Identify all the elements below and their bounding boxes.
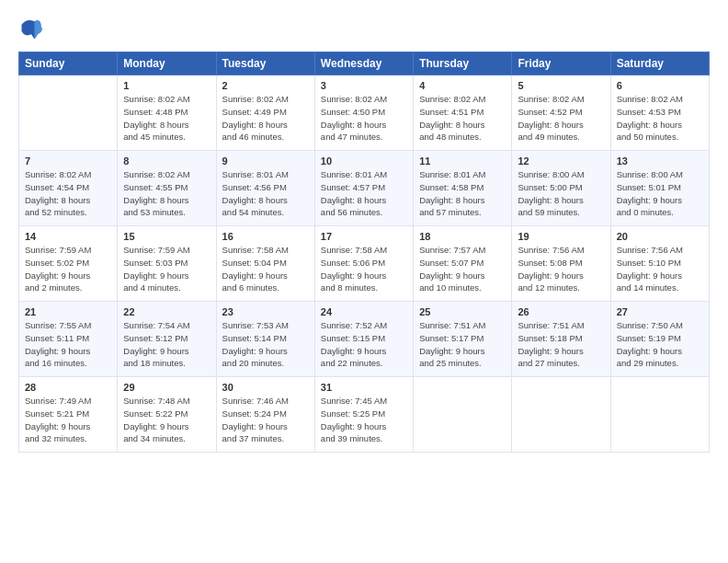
day-cell: 3Sunrise: 8:02 AMSunset: 4:50 PMDaylight… [314, 75, 413, 151]
day-info: Sunrise: 7:57 AMSunset: 5:07 PMDaylight:… [419, 244, 506, 294]
day-cell: 30Sunrise: 7:46 AMSunset: 5:24 PMDayligh… [216, 377, 314, 453]
header-cell-tuesday: Tuesday [216, 52, 314, 75]
day-cell: 10Sunrise: 8:01 AMSunset: 4:57 PMDayligh… [314, 151, 413, 226]
day-cell: 21Sunrise: 7:55 AMSunset: 5:11 PMDayligh… [19, 302, 118, 377]
day-number: 22 [123, 306, 210, 317]
day-info: Sunrise: 7:55 AMSunset: 5:11 PMDaylight:… [25, 319, 111, 370]
day-cell: 5Sunrise: 8:02 AMSunset: 4:52 PMDaylight… [512, 75, 610, 151]
day-info: Sunrise: 8:02 AMSunset: 4:53 PMDaylight:… [617, 93, 703, 144]
day-number: 9 [222, 155, 309, 167]
day-info: Sunrise: 8:01 AMSunset: 4:56 PMDaylight:… [222, 168, 309, 219]
day-info: Sunrise: 8:02 AMSunset: 4:52 PMDaylight:… [518, 93, 604, 144]
day-cell: 9Sunrise: 8:01 AMSunset: 4:56 PMDaylight… [216, 151, 314, 226]
day-number: 28 [25, 382, 111, 393]
day-info: Sunrise: 7:56 AMSunset: 5:10 PMDaylight:… [617, 244, 703, 294]
day-number: 6 [617, 80, 703, 91]
day-info: Sunrise: 7:53 AMSunset: 5:14 PMDaylight:… [222, 319, 309, 370]
day-number: 15 [123, 231, 210, 242]
day-info: Sunrise: 7:56 AMSunset: 5:08 PMDaylight:… [518, 244, 604, 294]
day-info: Sunrise: 7:59 AMSunset: 5:02 PMDaylight:… [25, 244, 111, 294]
week-row-1: 1Sunrise: 8:02 AMSunset: 4:48 PMDaylight… [19, 75, 710, 151]
day-info: Sunrise: 7:51 AMSunset: 5:17 PMDaylight:… [419, 319, 506, 370]
day-number: 27 [617, 306, 703, 317]
day-number: 31 [321, 382, 407, 393]
week-row-5: 28Sunrise: 7:49 AMSunset: 5:21 PMDayligh… [19, 377, 710, 453]
day-info: Sunrise: 8:02 AMSunset: 4:55 PMDaylight:… [123, 168, 210, 219]
day-number: 21 [25, 306, 111, 317]
day-info: Sunrise: 8:02 AMSunset: 4:49 PMDaylight:… [222, 93, 309, 144]
day-info: Sunrise: 8:02 AMSunset: 4:51 PMDaylight:… [419, 93, 506, 144]
day-number: 11 [419, 155, 506, 167]
day-number: 1 [123, 80, 210, 91]
day-number: 16 [222, 231, 309, 242]
day-number: 7 [25, 155, 111, 167]
header-cell-sunday: Sunday [19, 52, 118, 75]
day-number: 4 [419, 80, 506, 91]
day-info: Sunrise: 8:00 AMSunset: 5:01 PMDaylight:… [617, 168, 703, 219]
day-info: Sunrise: 7:58 AMSunset: 5:04 PMDaylight:… [222, 244, 309, 294]
day-cell: 15Sunrise: 7:59 AMSunset: 5:03 PMDayligh… [118, 226, 216, 302]
day-cell: 11Sunrise: 8:01 AMSunset: 4:58 PMDayligh… [414, 151, 512, 226]
day-info: Sunrise: 8:02 AMSunset: 4:50 PMDaylight:… [321, 93, 407, 144]
header-cell-friday: Friday [512, 52, 610, 75]
day-info: Sunrise: 8:02 AMSunset: 4:48 PMDaylight:… [123, 93, 210, 144]
day-cell: 18Sunrise: 7:57 AMSunset: 5:07 PMDayligh… [414, 226, 512, 302]
day-cell: 1Sunrise: 8:02 AMSunset: 4:48 PMDaylight… [118, 75, 216, 151]
day-number: 8 [123, 155, 210, 167]
day-info: Sunrise: 8:02 AMSunset: 4:54 PMDaylight:… [25, 168, 111, 219]
day-info: Sunrise: 8:01 AMSunset: 4:58 PMDaylight:… [419, 168, 506, 219]
week-row-4: 21Sunrise: 7:55 AMSunset: 5:11 PMDayligh… [19, 302, 710, 377]
week-row-3: 14Sunrise: 7:59 AMSunset: 5:02 PMDayligh… [19, 226, 710, 302]
day-number: 19 [518, 231, 604, 242]
day-cell [414, 377, 512, 453]
day-cell: 2Sunrise: 8:02 AMSunset: 4:49 PMDaylight… [216, 75, 314, 151]
day-number: 18 [419, 231, 506, 242]
header [18, 17, 710, 42]
week-row-2: 7Sunrise: 8:02 AMSunset: 4:54 PMDaylight… [19, 151, 710, 226]
day-info: Sunrise: 7:51 AMSunset: 5:18 PMDaylight:… [518, 319, 604, 370]
header-cell-thursday: Thursday [414, 52, 512, 75]
day-info: Sunrise: 8:00 AMSunset: 5:00 PMDaylight:… [518, 168, 604, 219]
day-info: Sunrise: 7:54 AMSunset: 5:12 PMDaylight:… [123, 319, 210, 370]
logo [18, 17, 48, 42]
day-info: Sunrise: 7:59 AMSunset: 5:03 PMDaylight:… [123, 244, 210, 294]
day-number: 5 [518, 80, 604, 91]
day-cell: 14Sunrise: 7:59 AMSunset: 5:02 PMDayligh… [19, 226, 118, 302]
header-cell-saturday: Saturday [610, 52, 709, 75]
day-cell: 8Sunrise: 8:02 AMSunset: 4:55 PMDaylight… [118, 151, 216, 226]
day-cell: 29Sunrise: 7:48 AMSunset: 5:22 PMDayligh… [118, 377, 216, 453]
day-number: 24 [321, 306, 407, 317]
day-cell: 26Sunrise: 7:51 AMSunset: 5:18 PMDayligh… [512, 302, 610, 377]
day-cell: 16Sunrise: 7:58 AMSunset: 5:04 PMDayligh… [216, 226, 314, 302]
day-number: 29 [123, 382, 210, 393]
day-number: 12 [518, 155, 604, 167]
day-cell: 23Sunrise: 7:53 AMSunset: 5:14 PMDayligh… [216, 302, 314, 377]
header-cell-wednesday: Wednesday [314, 52, 413, 75]
day-info: Sunrise: 7:49 AMSunset: 5:21 PMDaylight:… [25, 395, 111, 445]
day-cell: 27Sunrise: 7:50 AMSunset: 5:19 PMDayligh… [610, 302, 709, 377]
header-cell-monday: Monday [118, 52, 216, 75]
header-row: SundayMondayTuesdayWednesdayThursdayFrid… [19, 52, 710, 75]
day-number: 3 [321, 80, 407, 91]
day-cell: 4Sunrise: 8:02 AMSunset: 4:51 PMDaylight… [414, 75, 512, 151]
day-cell: 6Sunrise: 8:02 AMSunset: 4:53 PMDaylight… [610, 75, 709, 151]
page: SundayMondayTuesdayWednesdayThursdayFrid… [0, 0, 728, 563]
day-info: Sunrise: 7:45 AMSunset: 5:25 PMDaylight:… [321, 395, 407, 445]
day-number: 13 [617, 155, 703, 167]
day-number: 26 [518, 306, 604, 317]
day-number: 10 [321, 155, 407, 167]
day-cell: 24Sunrise: 7:52 AMSunset: 5:15 PMDayligh… [314, 302, 413, 377]
day-number: 30 [222, 382, 309, 393]
day-cell: 7Sunrise: 8:02 AMSunset: 4:54 PMDaylight… [19, 151, 118, 226]
day-cell: 28Sunrise: 7:49 AMSunset: 5:21 PMDayligh… [19, 377, 118, 453]
day-info: Sunrise: 7:58 AMSunset: 5:06 PMDaylight:… [321, 244, 407, 294]
day-cell: 19Sunrise: 7:56 AMSunset: 5:08 PMDayligh… [512, 226, 610, 302]
calendar-table: SundayMondayTuesdayWednesdayThursdayFrid… [18, 52, 710, 453]
day-cell: 25Sunrise: 7:51 AMSunset: 5:17 PMDayligh… [414, 302, 512, 377]
day-cell: 17Sunrise: 7:58 AMSunset: 5:06 PMDayligh… [314, 226, 413, 302]
day-number: 14 [25, 231, 111, 242]
day-cell [610, 377, 709, 453]
day-info: Sunrise: 7:52 AMSunset: 5:15 PMDaylight:… [321, 319, 407, 370]
day-number: 17 [321, 231, 407, 242]
day-info: Sunrise: 7:50 AMSunset: 5:19 PMDaylight:… [617, 319, 703, 370]
